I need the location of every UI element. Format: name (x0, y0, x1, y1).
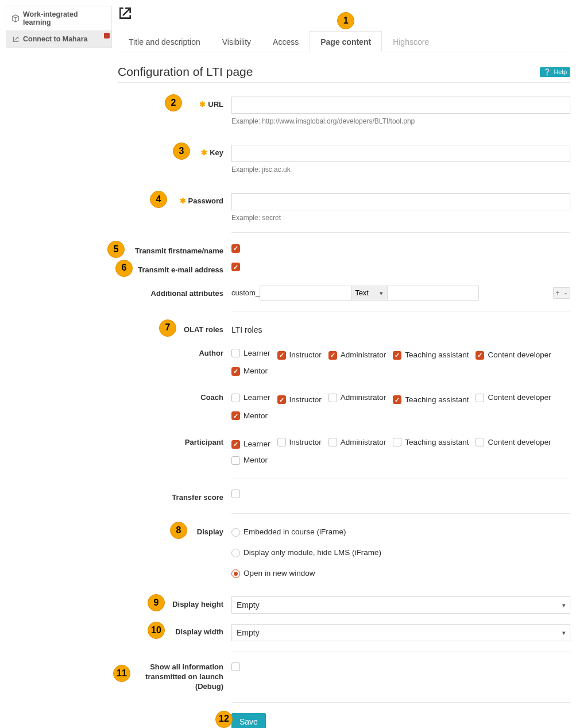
tab-access[interactable]: Access (262, 31, 310, 52)
sidebar-item-label: Connect to Mahara (23, 35, 88, 43)
annotation-badge-4: 4 (150, 191, 167, 208)
sidebar-item-mahara[interactable]: Connect to Mahara (6, 30, 112, 48)
role-label: Mentor (243, 363, 268, 379)
tabs: Title and description Visibility Access … (118, 31, 570, 52)
key-hint: Example: jisc.ac.uk (231, 165, 570, 174)
label-olat-roles: 7 OLAT roles (118, 322, 231, 335)
role-checkbox[interactable]: Instructor (277, 347, 322, 363)
role-label: Learner (243, 345, 270, 361)
role-checkbox[interactable]: Administrator (328, 347, 386, 363)
divider (231, 311, 570, 311)
attribute-value-input[interactable] (387, 286, 479, 301)
label-password: 4 ✱Password (118, 193, 231, 222)
display-option-radio[interactable]: Display only module, hide LMS (iFrame) (231, 545, 570, 561)
annotation-badge-7: 7 (159, 319, 176, 337)
role-checkbox[interactable]: Teaching assistant (393, 434, 469, 450)
divider (231, 702, 570, 703)
attribute-add-button[interactable]: + (554, 288, 562, 298)
role-checkbox[interactable]: Instructor (277, 392, 322, 408)
label-role: Participant (118, 434, 231, 469)
tab-label: Page content (320, 37, 371, 47)
tab-title-description[interactable]: Title and description (118, 31, 211, 52)
annotation-badge-12: 12 (215, 711, 233, 728)
label-transfer-score: Transfer score (118, 490, 231, 503)
display-option-radio[interactable]: Embedded in course (iFrame) (231, 524, 570, 540)
display-option-radio[interactable]: Open in new window (231, 565, 570, 581)
attribute-buttons: + - (553, 287, 570, 299)
attribute-type-select[interactable]: Text (351, 286, 388, 301)
tab-visibility[interactable]: Visibility (211, 31, 262, 52)
label-transmit-name: 5 Transmit firstname/name (118, 243, 231, 256)
tab-page-content[interactable]: Page content 1 (310, 31, 382, 52)
role-label: Instructor (289, 392, 322, 408)
divider (231, 479, 570, 479)
attribute-key-input[interactable] (260, 286, 351, 301)
debug-checkbox[interactable] (231, 662, 240, 671)
display-width-select[interactable]: Empty (231, 624, 570, 641)
role-checkbox[interactable]: Learner (231, 436, 270, 452)
display-option-label: Embedded in course (iFrame) (243, 524, 346, 540)
tab-label: Title and description (129, 37, 200, 47)
annotation-badge-6: 6 (115, 260, 133, 277)
required-icon: ✱ (199, 100, 206, 109)
role-label: Administrator (341, 390, 386, 406)
display-height-select[interactable]: Empty (231, 596, 570, 614)
role-checkbox[interactable]: Learner (231, 345, 270, 361)
sidebar: Work-integrated learning Connect to Maha… (6, 6, 112, 728)
display-option-label: Display only module, hide LMS (iFrame) (243, 545, 381, 561)
role-checkbox[interactable]: Teaching assistant (393, 347, 469, 363)
tab-label: Highscore (393, 37, 429, 47)
role-checkbox[interactable]: Teaching assistant (393, 392, 469, 408)
password-input[interactable] (231, 193, 570, 210)
tab-highscore[interactable]: Highscore (382, 31, 440, 52)
label-save: 12 (118, 713, 231, 728)
role-checkbox[interactable]: Mentor (231, 363, 268, 379)
cube-icon (11, 14, 20, 22)
role-label: Content developer (488, 347, 551, 363)
role-label: Teaching assistant (405, 434, 469, 450)
label-key: 3 ✱Key (118, 145, 231, 174)
role-label: Content developer (488, 390, 551, 406)
role-checkbox[interactable]: Content developer (476, 347, 551, 363)
lti-roles-label: LTI roles (231, 325, 262, 334)
role-label: Teaching assistant (405, 392, 469, 408)
role-label: Learner (243, 390, 270, 406)
role-checkbox[interactable]: Content developer (476, 390, 551, 406)
attribute-prefix: custom_ (231, 288, 260, 297)
role-label: Learner (243, 436, 270, 452)
label-role: Coach (118, 390, 231, 424)
role-checkbox[interactable]: Learner (231, 390, 270, 406)
required-icon: ✱ (180, 197, 186, 205)
divider (231, 652, 570, 652)
role-label: Administrator (341, 347, 386, 363)
transmit-email-checkbox[interactable] (231, 263, 240, 271)
url-input[interactable] (231, 97, 570, 114)
help-label: Help (554, 68, 567, 75)
role-label: Content developer (488, 434, 551, 450)
label-transmit-email: 6 Transmit e-mail address (118, 262, 231, 275)
help-button[interactable]: ❔ Help (540, 67, 570, 77)
role-checkbox[interactable]: Mentor (231, 452, 268, 468)
role-checkbox[interactable]: Administrator (328, 434, 386, 450)
role-label: Instructor (289, 347, 322, 363)
label-additional-attributes: Additional attributes (118, 286, 231, 301)
label-debug: 11 Show all information transmitted on l… (118, 662, 231, 692)
role-checkbox[interactable]: Content developer (476, 434, 551, 450)
annotation-badge-1: 1 (337, 12, 354, 29)
sidebar-item-label: Work-integrated learning (23, 10, 106, 26)
annotation-badge-2: 2 (165, 94, 182, 111)
required-icon: ✱ (201, 148, 207, 157)
password-hint: Example: secret (231, 214, 570, 222)
role-checkbox[interactable]: Instructor (277, 434, 322, 450)
role-checkbox[interactable]: Administrator (328, 390, 386, 406)
key-input[interactable] (231, 145, 570, 162)
annotation-badge-9: 9 (148, 594, 165, 611)
role-checkbox[interactable]: Mentor (231, 408, 268, 424)
transmit-name-checkbox[interactable] (231, 244, 240, 253)
tab-label: Access (273, 37, 299, 47)
annotation-badge-3: 3 (173, 142, 190, 160)
transfer-score-checkbox[interactable] (231, 490, 240, 498)
attribute-remove-button[interactable]: - (562, 288, 570, 298)
save-button[interactable]: Save (231, 713, 266, 728)
sidebar-item-wil[interactable]: Work-integrated learning (6, 6, 112, 31)
